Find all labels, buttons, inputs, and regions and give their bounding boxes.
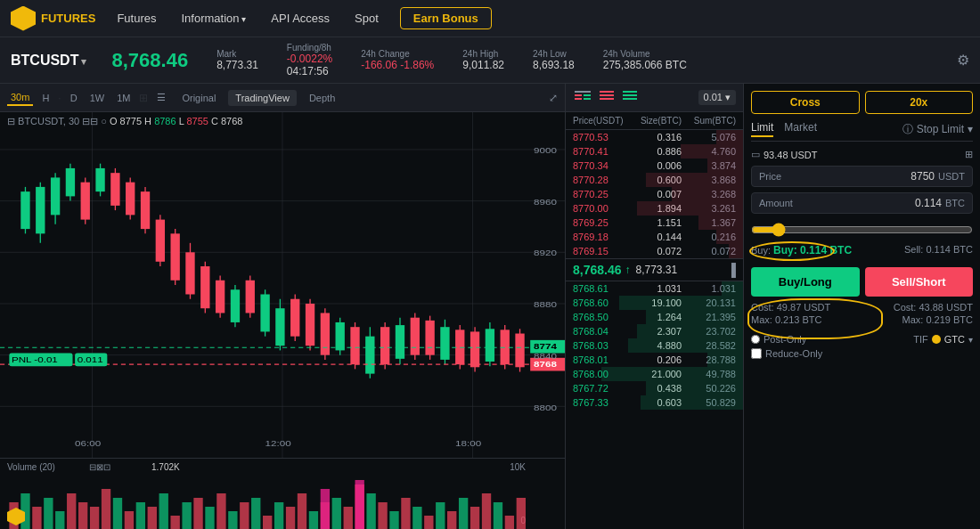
svg-text:8840: 8840 — [534, 351, 557, 361]
svg-rect-105 — [113, 498, 122, 529]
expand-icon[interactable]: ⤢ — [549, 92, 558, 104]
high-group: 24h High 9,011.82 — [462, 49, 504, 71]
svg-rect-106 — [125, 511, 134, 529]
tf-1m[interactable]: 1M — [113, 91, 134, 105]
ob-ask-row[interactable]: 8770.530.3165.076 — [566, 130, 743, 144]
ob-bid-row[interactable]: 8767.720.43850.226 — [566, 381, 743, 395]
candle-label: ⊟ BTCUSDT, 30 ⊟⊟ ○ O 8775 H 8786 L 8755 … — [7, 116, 242, 127]
volume-label: 24h Volume — [603, 49, 687, 59]
ticker-price: 8,768.46 — [112, 49, 189, 72]
ob-bid-row[interactable]: 8768.010.20628.788 — [566, 353, 743, 367]
amount-slider[interactable] — [751, 223, 973, 237]
view-tradingview[interactable]: TradingView — [228, 90, 297, 106]
ob-view-bids-icon — [623, 90, 637, 102]
svg-rect-32 — [185, 252, 194, 294]
volume-amount: 1.702K — [151, 462, 180, 472]
ob-ask-row[interactable]: 8770.410.8864.760 — [566, 144, 743, 159]
svg-rect-54 — [350, 327, 359, 364]
svg-rect-38 — [231, 289, 240, 322]
sell-short-button[interactable]: Sell/Short — [865, 267, 974, 297]
svg-rect-115 — [228, 511, 237, 529]
svg-rect-120 — [286, 507, 295, 529]
svg-text:8880: 8880 — [534, 299, 557, 309]
view-original[interactable]: Original — [175, 90, 223, 106]
nav-spot[interactable]: Spot — [351, 8, 382, 28]
tif-label: TIF — [913, 334, 928, 345]
tf-30m[interactable]: 30m — [7, 90, 33, 106]
ob-ask-row[interactable]: 8770.340.0063.874 — [566, 159, 743, 173]
ob-view-asks[interactable] — [598, 88, 616, 107]
ob-view-both[interactable] — [573, 88, 592, 107]
ob-ask-row[interactable]: 8769.180.1440.216 — [566, 230, 743, 244]
svg-rect-112 — [193, 498, 202, 529]
of-amount-input-row[interactable]: Amount 0.114 BTC — [751, 192, 973, 214]
calculator-icon[interactable]: ⊞ — [965, 149, 973, 160]
ob-ask-row[interactable]: 8770.280.6003.868 — [566, 173, 743, 187]
nav-information[interactable]: Information — [177, 8, 249, 28]
svg-rect-147 — [584, 98, 591, 100]
ob-bid-row[interactable]: 8768.034.88028.582 — [566, 338, 743, 353]
ticker-symbol[interactable]: BTCUSDT — [11, 53, 87, 69]
ob-ask-row[interactable]: 8770.250.0073.268 — [566, 187, 743, 201]
post-only-radio[interactable] — [751, 335, 760, 344]
nav-api[interactable]: API Access — [267, 8, 333, 28]
svg-rect-130 — [401, 498, 410, 529]
ob-bid-row[interactable]: 8768.611.0311.031 — [566, 281, 743, 296]
ob-precision-dropdown[interactable]: 0.01 ▾ — [698, 90, 736, 105]
wallet-icon: ▭ — [751, 149, 760, 160]
of-reduce-row[interactable]: Reduce-Only — [751, 348, 973, 359]
mark-group: Mark 8,773.31 — [216, 49, 258, 71]
svg-rect-26 — [141, 191, 150, 229]
tab-market[interactable]: Market — [784, 121, 817, 137]
of-order-info: Buy: Buy: 0.114 BTC Sell: 0.114 BTC — [751, 244, 973, 256]
sell-info: Sell: 0.114 BTC — [904, 244, 973, 256]
ob-ask-row[interactable]: 8770.001.8943.261 — [566, 201, 743, 216]
settings-icon[interactable]: ⚙ — [957, 52, 969, 69]
of-price-input-row[interactable]: Price 8750 USDT — [751, 166, 973, 187]
volume-area: Volume (20) ⊟⊠⊡ 1.702K 10K 0 — [0, 458, 565, 529]
ob-mid-price-value: 8,768.46 — [573, 263, 622, 277]
svg-rect-70 — [470, 331, 479, 367]
svg-text:18:00: 18:00 — [455, 439, 481, 449]
svg-rect-116 — [240, 502, 249, 529]
stop-limit-label[interactable]: Stop Limit — [917, 123, 964, 135]
ob-bid-row[interactable]: 8768.042.30723.702 — [566, 324, 743, 338]
nav-futures[interactable]: Futures — [113, 8, 159, 28]
tif-dropdown-arrow[interactable]: ▾ — [968, 335, 973, 345]
tab-stop-limit[interactable]: ⓘ Stop Limit ▾ — [902, 121, 973, 137]
high-value: 9,011.82 — [462, 59, 504, 71]
ob-view-bids[interactable] — [621, 88, 639, 107]
buy-long-button[interactable]: Buy/Long — [751, 267, 860, 297]
ob-bid-row[interactable]: 8768.6019.10020.131 — [566, 296, 743, 310]
low-value: 8,693.18 — [533, 59, 575, 71]
tab-limit[interactable]: Limit — [751, 121, 773, 137]
reduce-only-text: Reduce-Only — [765, 348, 822, 359]
svg-rect-138 — [494, 502, 502, 529]
funding-rate: -0.0022% — [287, 53, 332, 65]
view-depth[interactable]: Depth — [302, 90, 342, 106]
reduce-only-checkbox[interactable] — [751, 348, 762, 359]
chart-toolbar: 30m H · D 1W 1M ⊞ ☰ Original TradingView… — [0, 84, 565, 112]
ob-bid-row[interactable]: 8768.0021.00049.788 — [566, 367, 743, 381]
tf-1w[interactable]: 1W — [86, 91, 109, 105]
candle-info: O 8775 H 8786 L 8755 C 8768 — [110, 116, 243, 126]
ob-bids: 8768.611.0311.031 8768.6019.10020.131 87… — [566, 281, 743, 410]
ob-ask-row[interactable]: 8769.150.0720.072 — [566, 244, 743, 258]
tf-h[interactable]: H — [38, 91, 53, 105]
cross-button[interactable]: Cross — [751, 91, 860, 114]
post-only-label[interactable]: Post-Only — [751, 334, 806, 345]
tf-d[interactable]: D — [67, 91, 81, 105]
ob-mini-chart-icon[interactable]: ▐ — [727, 263, 736, 277]
earn-bonus-button[interactable]: Earn Bonus — [400, 7, 492, 29]
ob-ask-row[interactable]: 8769.251.1511.367 — [566, 216, 743, 230]
svg-rect-107 — [136, 502, 145, 529]
ob-bid-row[interactable]: 8767.330.60350.829 — [566, 395, 743, 410]
price-input[interactable]: 8750 — [863, 170, 935, 183]
chart-settings[interactable]: ☰ — [153, 90, 169, 105]
svg-rect-101 — [67, 493, 76, 529]
leverage-button[interactable]: 20x — [865, 91, 974, 114]
amount-input[interactable]: 0.114 — [870, 197, 942, 209]
ob-bid-row[interactable]: 8768.501.26421.395 — [566, 310, 743, 324]
svg-rect-117 — [251, 498, 260, 529]
svg-rect-111 — [182, 502, 191, 529]
